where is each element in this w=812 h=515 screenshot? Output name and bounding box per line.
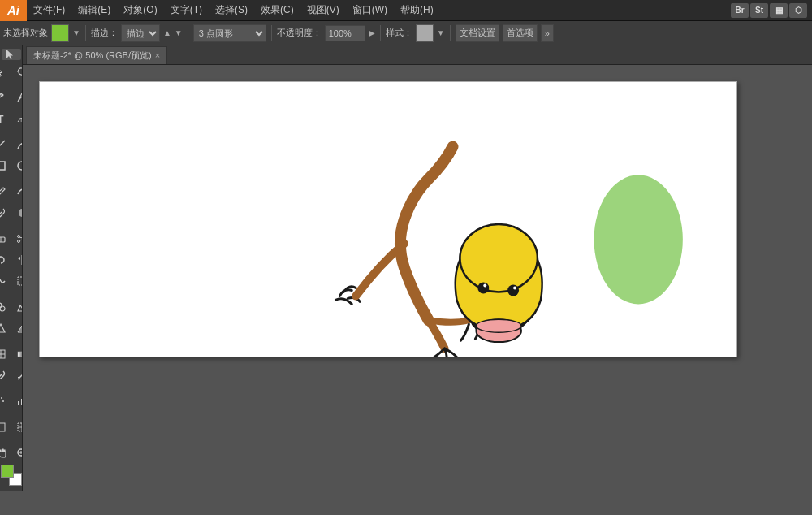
rotate-tool[interactable] (0, 250, 11, 270)
mesh-tool[interactable] (0, 344, 11, 364)
doc-tab[interactable]: 未标题-2* @ 50% (RGB/预览) × (26, 46, 167, 64)
paintbrush-tools-row (0, 203, 23, 223)
menu-bar: 文件(F)编辑(E)对象(O)文字(T)选择(S)效果(C)视图(V)窗口(W)… (27, 0, 440, 21)
stroke-select[interactable]: 描边 (121, 24, 160, 42)
perspective-select-tool[interactable] (12, 318, 24, 338)
svg-marker-1 (0, 67, 2, 76)
fg-color-swatch[interactable] (1, 465, 14, 478)
reflect-tool[interactable] (12, 250, 24, 270)
anchor-tool[interactable] (12, 88, 24, 107)
doc-tabs: 未标题-2* @ 50% (RGB/预览) × (23, 45, 812, 65)
stroke-label: 描边： (91, 27, 118, 39)
menu-item-w[interactable]: 窗口(W) (346, 0, 394, 21)
arc-tool[interactable] (12, 135, 24, 154)
live-paint-tool[interactable] (12, 297, 24, 317)
measure-tool[interactable] (12, 366, 24, 385)
menu-item-h[interactable]: 帮助(H) (394, 0, 440, 21)
symbol-tools-row (0, 392, 23, 411)
fg-bg-colors (1, 465, 22, 486)
ellipse-tool[interactable] (12, 156, 24, 175)
svg-point-58 (508, 285, 519, 296)
no-selection-label: 未选择对象 (3, 27, 48, 39)
svg-line-5 (0, 141, 5, 149)
rotate-tools-row (0, 250, 23, 270)
point-shape-select[interactable]: 3 点圆形 (193, 24, 266, 42)
top-bar: Ai 文件(F)编辑(E)对象(O)文字(T)选择(S)效果(C)视图(V)窗口… (0, 0, 812, 21)
blob-brush-tool[interactable] (12, 203, 24, 223)
svg-point-33 (1, 397, 2, 399)
type-tool[interactable]: T (0, 109, 11, 128)
smooth-tool[interactable] (12, 182, 24, 201)
menu-item-e[interactable]: 编辑(E) (71, 0, 117, 21)
left-toolbar: T T (0, 45, 23, 491)
svg-rect-6 (0, 162, 5, 170)
slice-tool[interactable] (12, 418, 24, 437)
pencil-tool[interactable] (0, 182, 11, 201)
pencil-tools-row (0, 182, 23, 201)
doc-settings-button[interactable]: 文档设置 (456, 24, 499, 42)
fill-arrow[interactable]: ▼ (72, 28, 80, 37)
menu-item-o[interactable]: 对象(O) (117, 0, 163, 21)
svg-marker-0 (6, 50, 13, 59)
svg-rect-39 (0, 423, 5, 431)
svg-point-34 (2, 400, 4, 402)
grid-icon[interactable]: ▦ (770, 3, 788, 18)
line-tool[interactable] (0, 135, 11, 154)
style-swatch[interactable] (416, 24, 434, 42)
svg-point-59 (483, 284, 486, 288)
menu-item-f[interactable]: 文件(F) (27, 0, 71, 21)
color-area: ↔ (0, 465, 23, 491)
doc-tab-close[interactable]: × (155, 50, 160, 60)
hand-tool[interactable] (0, 444, 11, 463)
symbol-sprayer-tool[interactable] (0, 392, 11, 411)
bridge-icon[interactable]: Br (731, 3, 749, 18)
lasso-tool[interactable] (12, 62, 24, 81)
warp-tool[interactable] (0, 271, 11, 291)
shape-builder-tool[interactable] (0, 297, 11, 317)
line-tools-row (0, 135, 23, 154)
perspective-tools-row (0, 318, 23, 338)
style-arrow[interactable]: ▼ (437, 28, 445, 37)
illustration (40, 82, 736, 357)
rect-tool[interactable] (0, 156, 11, 175)
menu-item-s[interactable]: 选择(S) (209, 0, 254, 21)
direct-selection-tool[interactable] (0, 62, 11, 81)
artboard-tool[interactable] (0, 418, 11, 437)
free-transform-tool[interactable] (12, 271, 24, 291)
svg-marker-17 (18, 257, 20, 260)
pen-tool[interactable] (0, 88, 11, 107)
stroke-down-arrow[interactable]: ▼ (175, 28, 183, 37)
type-on-path-tool[interactable]: T (12, 109, 24, 128)
menu-item-v[interactable]: 视图(V) (300, 0, 346, 21)
shape-tools-row (0, 156, 23, 175)
canvas-area[interactable] (23, 65, 812, 491)
svg-point-2 (1, 94, 3, 97)
svg-point-60 (513, 287, 516, 290)
panel-toggle-button[interactable]: » (541, 24, 554, 42)
type-tools-row: T T (0, 109, 23, 128)
scissors-tool[interactable] (12, 229, 24, 249)
svg-point-54 (460, 224, 537, 292)
main-layout: T T (0, 45, 812, 491)
eraser-tool[interactable] (0, 229, 11, 249)
pen-tools-row (0, 88, 23, 107)
menu-item-c[interactable]: 效果(C) (254, 0, 300, 21)
opacity-input[interactable] (325, 25, 365, 41)
graph-tool[interactable] (12, 392, 24, 411)
paintbrush-tool[interactable] (0, 203, 11, 223)
preferences-button[interactable]: 首选项 (503, 24, 538, 42)
selection-tools-row (0, 62, 23, 81)
mesh-tools-row (0, 344, 23, 364)
artboard (39, 81, 737, 357)
gradient-tool[interactable] (12, 344, 24, 364)
perspective-tool[interactable] (0, 318, 11, 338)
fill-color-swatch[interactable] (51, 24, 69, 42)
share-icon[interactable]: ⬡ (789, 3, 807, 18)
stroke-up-arrow[interactable]: ▲ (163, 28, 171, 37)
zoom-tool[interactable] (12, 444, 24, 463)
stock-icon[interactable]: St (750, 3, 768, 18)
eyedropper-tool[interactable] (0, 366, 11, 385)
selection-tool[interactable] (2, 49, 21, 60)
menu-item-t[interactable]: 文字(T) (164, 0, 209, 21)
opacity-arrow[interactable]: ▶ (369, 28, 375, 37)
